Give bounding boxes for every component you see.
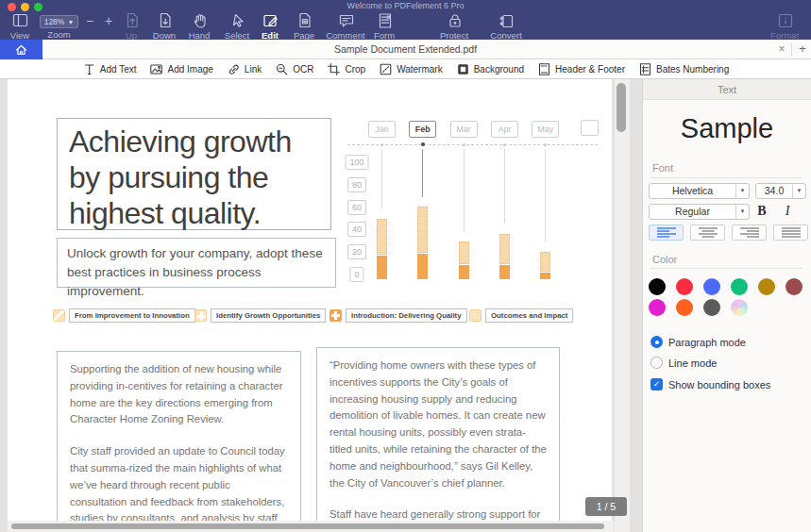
watermark-icon (379, 62, 393, 76)
section-tag[interactable]: From Improvement to Innovation (53, 308, 195, 323)
divider (650, 268, 802, 269)
background-button[interactable]: Background (456, 62, 524, 76)
align-right-button[interactable] (732, 224, 767, 241)
sidebar-header: Text (643, 79, 811, 100)
color-swatch-#0fbf7d[interactable] (731, 278, 748, 295)
show-bounding-boxes-option[interactable]: ✓ Show bounding boxes (650, 378, 770, 391)
section-tag[interactable]: Introduction: Delivering Quality (329, 308, 467, 323)
background-icon (456, 62, 470, 76)
format-panel-icon (776, 11, 794, 29)
chart-bar-upper-may[interactable] (540, 252, 550, 271)
document-area: Achieving growth by pursuing the highest… (0, 79, 642, 532)
color-swatch-row-2 (649, 299, 748, 316)
align-justify-icon (781, 226, 802, 239)
vertical-scrollbar-track[interactable] (614, 79, 630, 532)
radio-unselected-icon (650, 357, 663, 369)
italic-button[interactable]: I (780, 204, 795, 219)
divider (650, 177, 802, 178)
align-center-button[interactable] (690, 224, 725, 241)
color-swatch-#fb2c3f[interactable] (676, 278, 693, 295)
close-tab-icon[interactable]: × (774, 40, 789, 59)
bates-numbering-icon (638, 62, 652, 76)
chart-bar-lower-jan[interactable] (377, 256, 387, 279)
new-tab-icon[interactable]: + (795, 40, 810, 59)
color-swatch-#9c4a4d[interactable] (786, 278, 803, 295)
format-tool[interactable]: Format (754, 11, 811, 41)
color-swatch-#5b5b5b[interactable] (703, 299, 720, 316)
section-tag-icon-plain (469, 309, 482, 322)
zoom-level-select[interactable]: 128%▼ (40, 15, 78, 28)
bold-button[interactable]: B (754, 204, 769, 219)
home-icon (14, 42, 28, 57)
ocr-button[interactable]: OCR (275, 62, 313, 76)
paragraph: “Providing home owners with these types … (329, 357, 547, 491)
chart-bar-upper-mar[interactable] (459, 241, 469, 264)
form-tool[interactable]: Form (354, 11, 414, 41)
line-mode-option[interactable]: Line mode (650, 357, 717, 369)
pdf-right-column-textbox[interactable]: “Providing home owners with these types … (316, 347, 560, 532)
chart-guide-line-mar (464, 149, 465, 232)
zoom-tool-label: Zoom (40, 29, 78, 40)
color-swatch-#4d6bfa[interactable] (703, 278, 720, 295)
pdf-left-column-textbox[interactable]: Supporting the addition of new housing w… (57, 351, 301, 532)
tab-divider (791, 42, 792, 57)
align-justify-button[interactable] (773, 224, 808, 241)
titlebar: Welcome to PDFelement 6 Pro View 128%▼ Z… (0, 0, 811, 40)
font-family-select[interactable]: Helvetica ▼ (649, 183, 750, 199)
chart-bar-upper-apr[interactable] (499, 234, 510, 263)
color-section-label: Color (652, 254, 677, 265)
hand-icon (191, 11, 209, 29)
chart-bar-lower-mar[interactable] (459, 265, 469, 279)
add-text-button[interactable]: Add Text (82, 62, 137, 76)
align-right-icon (739, 226, 760, 239)
color-swatch-#000000[interactable] (649, 278, 666, 295)
chevron-down-icon: ▼ (735, 184, 749, 198)
paragraph-mode-option[interactable]: Paragraph mode (650, 336, 746, 348)
convert-icon (498, 11, 515, 29)
vertical-scrollbar-thumb[interactable] (617, 83, 626, 132)
home-button[interactable] (0, 40, 42, 59)
color-swatch-#fc6120[interactable] (676, 299, 693, 316)
crop-icon (327, 62, 341, 76)
color-swatch-#b8860c[interactable] (758, 278, 775, 295)
page-number-badge: 1 / 5 (585, 497, 627, 516)
chevron-down-icon: ▼ (735, 205, 749, 219)
chart-bar-lower-may[interactable] (540, 273, 550, 279)
header-footer-button[interactable]: Header & Footer (537, 62, 625, 76)
color-swatch-row-1 (649, 278, 803, 295)
lock-icon (446, 11, 464, 29)
edit-toolbar: Add Text Add Image Link OCR Crop Waterma… (0, 59, 811, 79)
section-tag-label: Introduction: Delivering Quality (346, 308, 467, 323)
convert-tool[interactable]: Convert (476, 11, 536, 41)
add-text-icon (82, 62, 96, 76)
align-left-button[interactable] (649, 224, 684, 241)
section-tag[interactable]: Identify Growth Opportunities (194, 308, 326, 323)
horizontal-scrollbar-thumb[interactable] (11, 524, 604, 529)
crop-button[interactable]: Crop (327, 62, 365, 76)
font-preview-text: Sample (643, 113, 811, 144)
custom-color-swatch[interactable] (731, 299, 748, 316)
color-swatch-#e41fd0[interactable] (649, 299, 666, 316)
watermark-button[interactable]: Watermark (379, 62, 443, 76)
section-tag[interactable]: Outcomes and Impact (469, 308, 573, 323)
add-image-icon (149, 62, 163, 76)
chart-bar-upper-jan[interactable] (377, 219, 387, 255)
chevron-down-icon: ▼ (67, 19, 74, 25)
window-title: Welcome to PDFelement 6 Pro (0, 1, 811, 10)
chart-bar-upper-feb[interactable] (417, 207, 428, 253)
zoom-out-button[interactable]: − (83, 13, 96, 28)
align-left-icon (656, 226, 677, 239)
pdf-page[interactable]: Achieving growth by pursuing the highest… (8, 79, 612, 532)
document-tab[interactable]: Sample Document Extended.pdf (57, 40, 754, 59)
bates-numbering-button[interactable]: Bates Numbering (638, 62, 729, 76)
chart-bar-lower-apr[interactable] (499, 265, 510, 279)
chart-guide-line-apr (504, 149, 505, 224)
link-button[interactable]: Link (227, 62, 262, 76)
font-size-select[interactable]: 34.0 ▼ (755, 183, 806, 199)
section-tag-label: Outcomes and Impact (485, 308, 573, 323)
chart-guide-line-may (545, 149, 546, 242)
add-image-button[interactable]: Add Image (149, 62, 212, 76)
font-style-select[interactable]: Regular ▼ (649, 204, 750, 220)
chart-bar-lower-feb[interactable] (417, 254, 428, 279)
section-tag-icon-plus-light (194, 309, 207, 322)
